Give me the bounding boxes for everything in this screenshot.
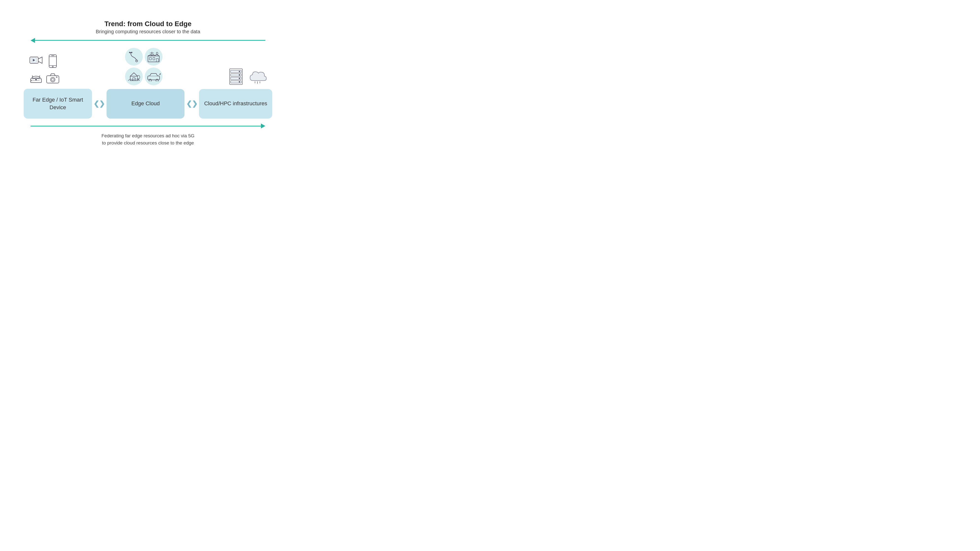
slide-container: Trend: from Cloud to Edge Bringing compu… [10, 20, 286, 147]
far-edge-box: Far Edge / IoT Smart Device [24, 89, 92, 119]
cloud-icon [248, 68, 267, 85]
edge-cloud-box: Edge Cloud [107, 89, 185, 119]
wifi-router-icon [29, 70, 43, 85]
svg-point-34 [149, 79, 151, 81]
top-arrow [30, 38, 265, 43]
svg-point-46 [239, 75, 240, 75]
svg-point-18 [56, 77, 57, 78]
arrow-line-right [30, 126, 261, 127]
svg-marker-28 [130, 73, 138, 76]
bottom-text-line2: to provide cloud resources close to the … [101, 140, 194, 147]
bottom-text: Federating far edge resources ad hoc via… [101, 132, 194, 146]
svg-point-16 [51, 78, 55, 82]
svg-point-45 [239, 71, 240, 72]
bottom-arrow [30, 124, 265, 129]
svg-rect-23 [150, 57, 151, 60]
svg-marker-1 [38, 57, 42, 64]
svg-point-32 [137, 75, 140, 79]
svg-point-12 [35, 79, 37, 80]
slide-title: Trend: from Cloud to Edge [96, 20, 200, 28]
svg-point-17 [51, 78, 54, 81]
edge-cloud-icons [125, 48, 162, 85]
svg-point-20 [129, 52, 130, 53]
server-rack-icon [228, 68, 245, 85]
connector-1: ❮❯ [92, 100, 107, 108]
svg-point-14 [31, 80, 32, 81]
title-section: Trend: from Cloud to Edge Bringing compu… [96, 20, 200, 35]
connector-2: ❮❯ [185, 100, 199, 108]
svg-point-35 [156, 79, 158, 81]
camera-icon [45, 70, 60, 85]
arrow-left-head [30, 38, 35, 43]
svg-rect-24 [153, 57, 155, 60]
arrow-right-head [261, 124, 265, 129]
svg-rect-22 [148, 56, 159, 62]
arrow-line-left [35, 40, 265, 41]
svg-rect-25 [156, 59, 158, 62]
boxes-row: Far Edge / IoT Smart Device ❮❯ Edge Clou… [24, 89, 272, 119]
farm-icon [125, 68, 143, 85]
svg-point-7 [52, 66, 53, 67]
svg-point-21 [131, 52, 132, 53]
double-arrow-icon-1: ❮❯ [94, 100, 105, 108]
far-edge-icons [29, 54, 60, 85]
edge-cloud-label: Edge Cloud [131, 100, 160, 108]
icons-row [24, 48, 272, 85]
svg-point-48 [239, 81, 240, 83]
double-arrow-icon-2: ❮❯ [186, 100, 197, 108]
cloud-hpc-icons [228, 68, 267, 85]
smartphone-icon [45, 54, 60, 68]
svg-rect-29 [130, 76, 138, 81]
video-camera-icon [29, 54, 43, 68]
cloud-hpc-label: Cloud/HPC infrastructures [204, 100, 267, 108]
cloud-hpc-box: Cloud/HPC infrastructures [199, 89, 272, 119]
bottom-text-line1: Federating far edge resources ad hoc via… [101, 132, 194, 140]
far-edge-label: Far Edge / IoT Smart Device [29, 96, 87, 111]
electric-car-icon [145, 68, 162, 85]
factory-icon [145, 48, 162, 65]
slide-subtitle: Bringing computing resources closer to t… [96, 29, 200, 35]
svg-point-47 [239, 78, 240, 79]
stethoscope-icon [125, 48, 143, 65]
